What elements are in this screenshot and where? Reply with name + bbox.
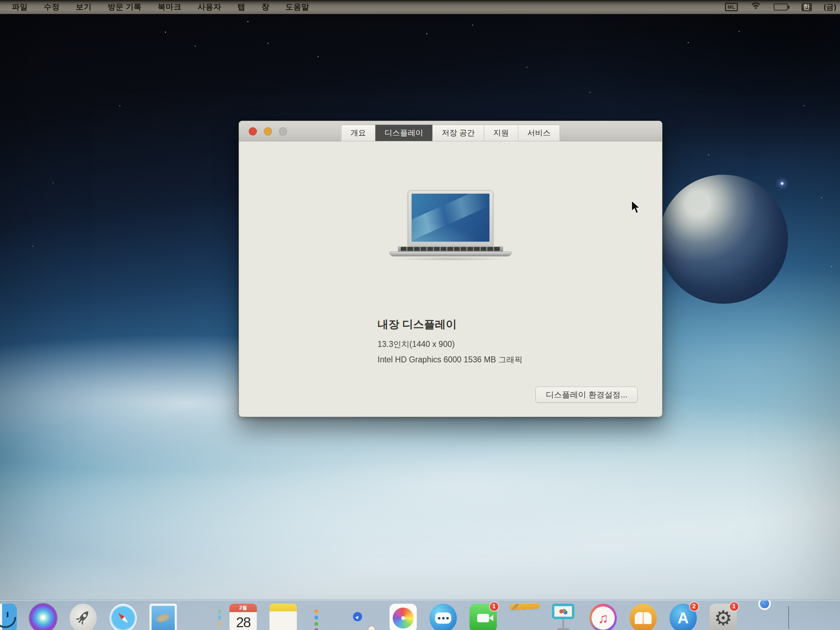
- dock-item-photos[interactable]: [388, 603, 418, 630]
- calendar-month: 2월: [229, 604, 257, 612]
- location-pin-icon: [353, 612, 362, 621]
- window-controls: [249, 127, 287, 136]
- dock-item-launchpad[interactable]: [68, 603, 98, 630]
- dock-item-pages[interactable]: [508, 603, 538, 630]
- calendar-day: 28: [229, 612, 257, 630]
- menu-history[interactable]: 방문 기록: [108, 2, 142, 12]
- dock-item-mail[interactable]: [148, 603, 178, 630]
- siri-icon: [30, 604, 57, 630]
- wifi-icon[interactable]: [750, 2, 762, 11]
- minimize-button[interactable]: [264, 127, 272, 136]
- dock-divider: [788, 606, 789, 629]
- menu-bookmarks[interactable]: 북마크: [158, 2, 182, 12]
- dock-item-chrome[interactable]: [748, 603, 778, 630]
- dock-item-system-preferences[interactable]: ⚙ 1: [708, 603, 738, 630]
- photos-flower-icon: [390, 604, 417, 630]
- macbook-keyboard: [398, 246, 503, 251]
- tab-bar: 개요 디스플레이 저장 공간 지원 서비스: [341, 125, 560, 141]
- dock-item-finder[interactable]: [0, 603, 18, 630]
- dock-item-reminders[interactable]: [308, 603, 338, 630]
- tab-storage[interactable]: 저장 공간: [433, 125, 484, 141]
- dock: 2월 28 1 ♫ A 2 ⚙ 1: [0, 600, 840, 630]
- tab-displays[interactable]: 디스플레이: [376, 125, 433, 141]
- system-preferences-badge: 1: [729, 602, 739, 611]
- menu-view[interactable]: 보기: [76, 2, 92, 12]
- facetime-badge: 1: [489, 602, 499, 611]
- battery-icon[interactable]: [774, 3, 789, 11]
- notes-icon: [270, 604, 297, 630]
- display-panel: 내장 디스플레이 13.3인치(1440 x 900) Intel HD Gra…: [239, 142, 662, 417]
- music-note-icon: ♫: [589, 604, 617, 630]
- chat-bubble-icon: [429, 604, 457, 630]
- display-size-line: 13.3인치(1440 x 900): [377, 339, 455, 350]
- calendar-icon: 2월 28: [229, 604, 257, 630]
- open-book-icon: [630, 604, 657, 630]
- macbook-screen: [408, 190, 493, 246]
- dock-item-notes[interactable]: [268, 603, 298, 630]
- photo-booth-icon: [549, 604, 577, 630]
- korean-ime-icon[interactable]: 한: [801, 3, 812, 11]
- menu-window[interactable]: 창: [261, 2, 270, 12]
- dock-item-photo-booth[interactable]: [548, 603, 578, 630]
- stamp-icon: [150, 604, 177, 630]
- menu-help[interactable]: 도움말: [286, 2, 309, 12]
- menu-file[interactable]: 파일: [12, 2, 28, 12]
- document-pencil-icon: [510, 603, 540, 610]
- menu-edit[interactable]: 수정: [44, 2, 60, 12]
- dock-item-facetime[interactable]: 1: [468, 603, 498, 630]
- tab-support[interactable]: 지원: [484, 125, 518, 141]
- menu-user[interactable]: 사용자: [197, 2, 221, 12]
- dock-item-document[interactable]: [799, 603, 829, 630]
- dock-item-messages[interactable]: [428, 603, 458, 630]
- close-button[interactable]: [249, 127, 257, 136]
- bright-star: [780, 182, 784, 185]
- dock-item-itunes[interactable]: ♫: [588, 603, 618, 630]
- tab-service[interactable]: 서비스: [518, 125, 560, 141]
- dock-item-safari[interactable]: [108, 603, 138, 630]
- zoom-button[interactable]: [279, 127, 287, 136]
- macbook-air-image: [390, 190, 512, 264]
- maps-compass-icon: [368, 625, 376, 630]
- dock-item-contacts[interactable]: [188, 603, 218, 630]
- input-source-icon[interactable]: ML: [725, 3, 738, 11]
- menu-bar: 파일 수정 보기 방문 기록 북마크 사용자 탭 창 도움말 ML 한 (금): [0, 0, 840, 14]
- dock-item-maps[interactable]: [348, 603, 378, 630]
- menubar-date[interactable]: (금): [824, 2, 837, 12]
- dock-item-app-store[interactable]: A 2: [668, 603, 698, 630]
- display-graphics-line: Intel HD Graphics 6000 1536 MB 그래픽: [377, 354, 523, 365]
- window-titlebar[interactable]: 개요 디스플레이 저장 공간 지원 서비스: [239, 121, 662, 141]
- about-this-mac-window: 개요 디스플레이 저장 공간 지원 서비스 내장 디스플레이 13.3인치(14…: [238, 121, 662, 417]
- moon: [659, 175, 788, 304]
- app-store-badge: 2: [689, 602, 699, 611]
- dock-item-calendar[interactable]: 2월 28: [228, 603, 258, 630]
- dock-item-ibooks[interactable]: [628, 603, 658, 630]
- mouse-cursor: [631, 200, 643, 216]
- display-preferences-button[interactable]: 디스플레이 환경설정...: [535, 387, 638, 403]
- tab-overview[interactable]: 개요: [341, 125, 376, 141]
- menu-tab[interactable]: 탭: [238, 2, 246, 12]
- display-title: 내장 디스플레이: [377, 317, 457, 332]
- dock-item-siri[interactable]: [28, 603, 58, 630]
- macbook-base: [390, 251, 512, 256]
